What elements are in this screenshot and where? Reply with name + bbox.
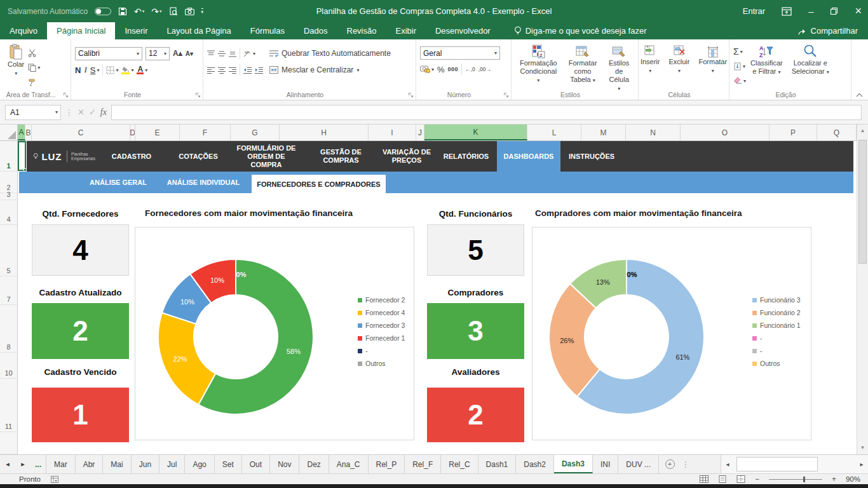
sheet-tab-duv[interactable]: DUV ... bbox=[618, 455, 659, 473]
cut-button[interactable] bbox=[28, 47, 40, 58]
nav-item-cadastro[interactable]: CADASTRO bbox=[95, 141, 168, 172]
row-header-2[interactable]: 2 bbox=[0, 172, 17, 193]
vertical-scrollbar-thumb[interactable] bbox=[858, 140, 867, 264]
increase-indent-button[interactable] bbox=[255, 64, 263, 76]
number-format-combo[interactable]: Geral▾ bbox=[420, 46, 500, 60]
ribbon-tab-inserir[interactable]: Inserir bbox=[115, 22, 157, 39]
row-header-4[interactable]: 4 bbox=[0, 200, 17, 225]
zoom-out-button[interactable]: − bbox=[755, 475, 759, 484]
kpi-value-avaliadores[interactable]: 2 bbox=[427, 388, 524, 442]
sheet-next-button[interactable]: ▸ bbox=[15, 455, 31, 473]
kpi-value-cadastro-vencido[interactable]: 1 bbox=[32, 388, 129, 442]
chart-panel-compradores[interactable]: 61%26%13%0% Funcionário 3Funcionário 2Fu… bbox=[532, 227, 811, 440]
sheet-tab-nov[interactable]: Nov bbox=[270, 455, 299, 473]
column-header-h[interactable]: H bbox=[280, 125, 369, 140]
close-button[interactable]: × bbox=[855, 0, 862, 22]
ribbon-tab-dados[interactable]: Dados bbox=[294, 22, 337, 39]
ribbon-tab-pagina-inicial[interactable]: Página Inicial bbox=[47, 22, 115, 39]
customize-qat-button[interactable]: ▾ bbox=[201, 8, 204, 15]
paste-button[interactable]: Colar ▾ bbox=[4, 43, 28, 79]
font-size-combo[interactable]: 12▾ bbox=[146, 47, 170, 60]
increase-decimal-button[interactable]: ←,0 bbox=[465, 64, 475, 75]
ribbon-tab-formulas[interactable]: Fórmulas bbox=[241, 22, 294, 39]
row-header-7[interactable]: 7 bbox=[0, 276, 17, 305]
alignment-dialog-launcher[interactable] bbox=[408, 92, 414, 98]
nav-item-variacao-de-precos[interactable]: VARIAÇÃO DE PREÇOS bbox=[378, 141, 435, 172]
column-header-i[interactable]: I bbox=[369, 125, 416, 140]
decrease-indent-button[interactable] bbox=[243, 64, 252, 76]
insert-cells-button[interactable]: Inserir ▾ bbox=[636, 43, 665, 76]
subnav-item-analise-geral[interactable]: ANÁLISE GERAL bbox=[80, 172, 156, 193]
sheet-tab-abr[interactable]: Abr bbox=[76, 455, 104, 473]
format-cells-button[interactable]: Formatar ▾ bbox=[694, 43, 731, 76]
clear-button[interactable]: ▾ bbox=[733, 75, 746, 86]
column-header-k[interactable]: K bbox=[424, 125, 527, 140]
find-select-button[interactable]: Localizar e Selecionar ▾ bbox=[787, 43, 834, 78]
page-layout-view-button[interactable] bbox=[718, 475, 727, 483]
copy-button[interactable]: ▾ bbox=[28, 62, 40, 73]
merge-center-button[interactable]: Mesclar e Centralizar ▾ bbox=[269, 63, 391, 77]
print-preview-button[interactable] bbox=[169, 7, 178, 16]
normal-view-button[interactable] bbox=[700, 475, 709, 483]
nav-item-instrucoes[interactable]: INSTRUÇÕES bbox=[560, 141, 623, 172]
delete-cells-button[interactable]: Excluir ▾ bbox=[664, 43, 694, 76]
autosave-toggle[interactable] bbox=[95, 8, 111, 15]
sort-filter-button[interactable]: AZ Classificar e Filtrar ▾ bbox=[746, 43, 787, 78]
select-all-button[interactable] bbox=[0, 125, 18, 140]
sheet-overflow-indicator[interactable]: ... bbox=[31, 455, 46, 473]
column-header-n[interactable]: N bbox=[626, 125, 681, 140]
kpi-value-cadastro-atualizado[interactable]: 2 bbox=[32, 303, 129, 359]
sheet-tab-dash1[interactable]: Dash1 bbox=[478, 455, 517, 473]
number-dialog-launcher[interactable] bbox=[503, 92, 509, 98]
horizontal-scrollbar[interactable]: ◂ ▸ bbox=[721, 455, 868, 473]
scroll-up-icon[interactable]: ▲ bbox=[857, 125, 868, 137]
redo-button[interactable]: ↷▾ bbox=[151, 6, 161, 17]
sheet-tab-mar[interactable]: Mar bbox=[46, 455, 76, 473]
horizontal-scrollbar-thumb[interactable] bbox=[736, 457, 818, 471]
format-painter-button[interactable] bbox=[28, 76, 40, 88]
accounting-format-button[interactable]: ▾ bbox=[420, 64, 434, 75]
sheet-tab-dash2[interactable]: Dash2 bbox=[516, 455, 554, 473]
sheet-tab-ini[interactable]: INI bbox=[593, 455, 618, 473]
share-button[interactable]: Compartilhar bbox=[797, 22, 868, 39]
clipboard-dialog-launcher[interactable] bbox=[63, 92, 69, 98]
fill-color-button[interactable]: ▾ bbox=[121, 64, 133, 76]
sheet-tab-rel-p[interactable]: Rel_P bbox=[369, 455, 405, 473]
column-header-a[interactable]: A bbox=[18, 125, 25, 140]
ribbon-tab-exibir[interactable]: Exibir bbox=[386, 22, 426, 39]
sheet-tab-jun[interactable]: Jun bbox=[132, 455, 159, 473]
ribbon-tab-revisao[interactable]: Revisão bbox=[337, 22, 386, 39]
column-header-f[interactable]: F bbox=[180, 125, 231, 140]
wrap-text-button[interactable]: Quebrar Texto Automaticamente bbox=[269, 46, 391, 60]
scroll-left-icon[interactable]: ◂ bbox=[721, 455, 734, 473]
column-header-l[interactable]: L bbox=[527, 125, 581, 140]
sheet-tab-dash3[interactable]: Dash3 bbox=[554, 455, 593, 473]
sheet-tab-ago[interactable]: Ago bbox=[185, 455, 214, 473]
shrink-font-button[interactable]: A▾ bbox=[186, 48, 193, 59]
kpi-value-compradores[interactable]: 3 bbox=[427, 303, 524, 359]
row-header-5[interactable]: 5 bbox=[0, 225, 17, 276]
orientation-button[interactable]: ab▾ bbox=[243, 48, 255, 59]
scroll-right-icon[interactable]: ▸ bbox=[855, 455, 868, 473]
nav-item-cotacoes[interactable]: COTAÇÕES bbox=[168, 141, 229, 172]
active-cell-a1[interactable] bbox=[18, 141, 26, 171]
cancel-entry-button[interactable]: ✕ bbox=[78, 107, 85, 117]
collapse-ribbon-button[interactable] bbox=[856, 93, 863, 97]
font-name-combo[interactable]: Calibri▾ bbox=[75, 47, 142, 60]
scroll-down-icon[interactable]: ▼ bbox=[857, 442, 868, 454]
zoom-slider-handle[interactable] bbox=[803, 477, 805, 482]
save-button[interactable] bbox=[118, 7, 127, 16]
macro-record-button[interactable] bbox=[51, 476, 58, 483]
chart-panel-fornecedores[interactable]: 58%22%10%10%0% Fornecedor 2Fornecedor 4F… bbox=[135, 227, 414, 440]
column-header-e[interactable]: E bbox=[135, 125, 180, 140]
minimize-button[interactable]: – bbox=[808, 0, 813, 22]
row-header-1[interactable]: 1 bbox=[0, 141, 17, 172]
nav-item-gestao-de-compras[interactable]: GESTÃO DE COMPRAS bbox=[304, 141, 378, 172]
sheet-tab-out[interactable]: Out bbox=[242, 455, 270, 473]
camera-button[interactable] bbox=[185, 8, 194, 15]
sheet-tab-set[interactable]: Set bbox=[215, 455, 242, 473]
autosum-button[interactable]: Σ▾ bbox=[733, 46, 746, 57]
kpi-value-qtd-funcionarios[interactable]: 5 bbox=[427, 224, 524, 276]
row-header-partial[interactable] bbox=[0, 432, 17, 454]
column-header-q[interactable]: Q bbox=[817, 125, 857, 140]
